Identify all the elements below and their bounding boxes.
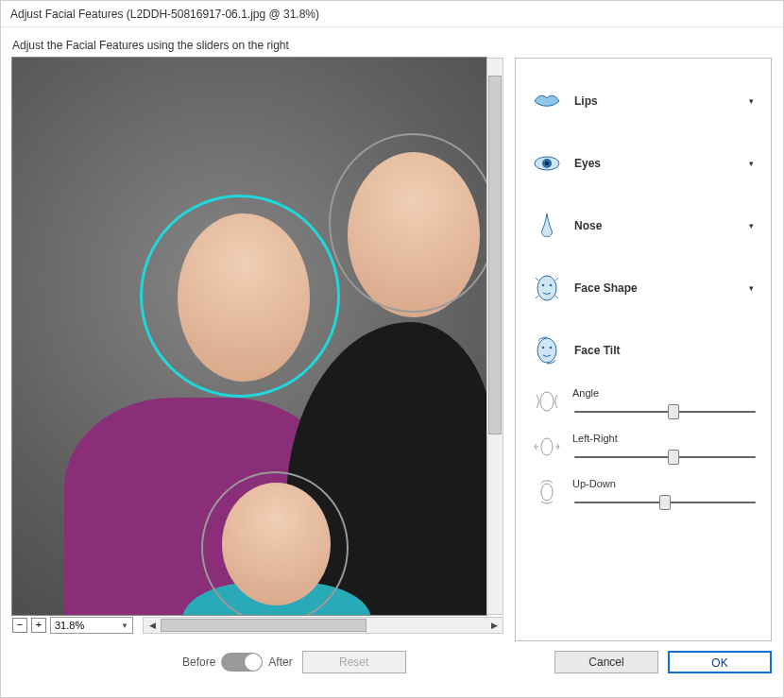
scroll-right-icon[interactable]: ▶ (486, 618, 503, 633)
vertical-scrollbar[interactable] (486, 58, 503, 615)
slider-up-down[interactable] (574, 495, 756, 510)
reset-button[interactable]: Reset (302, 651, 406, 673)
svg-point-12 (550, 347, 553, 349)
zoom-in-button[interactable]: + (31, 618, 46, 633)
before-label: Before (182, 655, 215, 669)
group-lips[interactable]: Lips ▾ (529, 70, 758, 132)
angle-icon (533, 387, 561, 416)
svg-point-3 (537, 276, 556, 300)
eye-icon (533, 149, 561, 178)
preview-pane: − + 31.8% ▼ ◀ ▶ (12, 58, 503, 641)
slider-label-left-right: Left-Right (572, 433, 754, 444)
svg-point-5 (550, 284, 553, 287)
left-right-icon (533, 433, 561, 461)
svg-point-15 (541, 484, 553, 501)
face-marker[interactable] (329, 133, 486, 313)
slider-angle[interactable] (574, 404, 756, 419)
chevron-down-icon: ▼ (121, 621, 128, 630)
group-eyes[interactable]: Eyes ▾ (529, 132, 758, 195)
ok-button[interactable]: OK (668, 651, 772, 673)
svg-point-11 (542, 347, 545, 349)
svg-point-10 (537, 338, 556, 363)
svg-line-8 (536, 296, 538, 298)
lips-icon (533, 87, 561, 115)
group-face-tilt: Face Tilt (529, 319, 758, 382)
slider-left-right[interactable] (574, 450, 756, 465)
svg-point-14 (541, 438, 553, 455)
horizontal-scrollbar[interactable]: ◀ ▶ (143, 617, 503, 634)
face-marker-selected[interactable] (140, 195, 340, 398)
instruction-text: Adjust the Facial Features using the sli… (1, 27, 783, 58)
slider-label-angle: Angle (572, 387, 754, 399)
svg-point-2 (545, 162, 549, 165)
svg-line-9 (555, 296, 558, 298)
chevron-down-icon: ▾ (749, 283, 754, 293)
zoom-out-button[interactable]: − (12, 618, 27, 633)
chevron-down-icon: ▾ (749, 221, 754, 230)
cancel-button[interactable]: Cancel (554, 651, 658, 673)
zoom-value: 31.8% (55, 620, 84, 631)
window-title: Adjust Facial Features (L2DDH-50816917-0… (1, 1, 783, 27)
image-canvas[interactable] (12, 58, 486, 615)
before-after-toggle[interactable] (221, 653, 263, 672)
svg-line-7 (555, 278, 558, 281)
up-down-icon (533, 478, 561, 506)
chevron-down-icon: ▾ (749, 159, 754, 168)
face-shape-icon (533, 274, 561, 302)
after-label: After (268, 655, 292, 669)
chevron-down-icon: ▾ (749, 96, 754, 106)
zoom-select[interactable]: 31.8% ▼ (50, 617, 133, 634)
scroll-left-icon[interactable]: ◀ (144, 618, 161, 633)
svg-point-4 (542, 284, 545, 287)
face-tilt-icon (533, 336, 561, 365)
feature-panel: Lips ▾ Eyes ▾ Nose ▾ Face Shape ▾ (515, 58, 772, 641)
svg-point-13 (540, 392, 554, 411)
group-face-shape[interactable]: Face Shape ▾ (529, 257, 758, 319)
slider-label-up-down: Up-Down (572, 478, 754, 489)
svg-line-6 (536, 278, 538, 281)
face-marker[interactable] (201, 471, 349, 615)
nose-icon (533, 212, 561, 240)
group-nose[interactable]: Nose ▾ (529, 195, 758, 257)
